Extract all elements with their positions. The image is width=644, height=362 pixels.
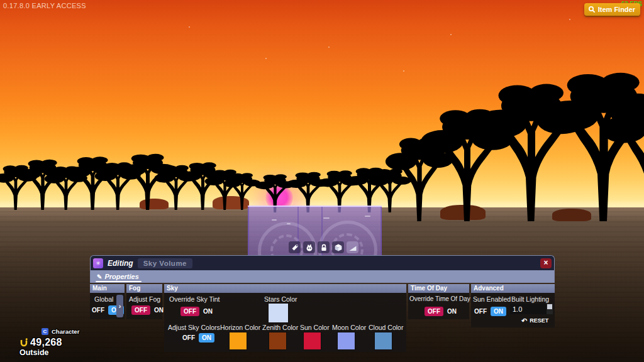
zenith-color-swatch[interactable]: [269, 332, 286, 349]
currency-amount: 49,268: [30, 337, 62, 348]
character-badge: C: [42, 328, 48, 335]
sun-enabled-toggle: OFF ON: [474, 307, 506, 316]
sparkle: [287, 223, 291, 224]
stars-color-swatch[interactable]: [269, 304, 288, 322]
adjust-sky-colors-off-option[interactable]: OFF: [182, 333, 195, 343]
sun-enabled-off-option[interactable]: OFF: [474, 307, 487, 316]
section-main-title: Main: [90, 284, 125, 293]
ramp-icon[interactable]: [347, 241, 358, 253]
sun-enabled-on-option[interactable]: ON: [491, 307, 506, 316]
adjust-sky-colors-toggle: OFF ON: [182, 333, 214, 343]
override-time-of-day-on-option[interactable]: ON: [447, 307, 457, 316]
sparkle: [323, 217, 330, 219]
cloud-color-swatch[interactable]: [375, 332, 392, 349]
built-lighting-value: 1.0: [513, 305, 522, 313]
override-time-of-day-off-option[interactable]: OFF: [425, 307, 443, 316]
location-label: Outside: [19, 348, 49, 357]
section-time-of-day-title: Time Of Day: [408, 284, 469, 293]
section-advanced: Advanced Sun Enabled OFF ON Built Lighti…: [471, 284, 555, 327]
star: [189, 26, 190, 28]
lock-icon[interactable]: [318, 241, 330, 253]
moon-color-swatch[interactable]: [338, 332, 355, 349]
sparkle: [272, 219, 277, 221]
cube-icon[interactable]: [332, 241, 344, 253]
adjust-fog-off-option[interactable]: OFF: [131, 305, 150, 315]
game-screen: 0.17.8.0 EARLY ACCESS 62 FPS Item Finder…: [0, 0, 644, 362]
editor-sections: Main Global OFF ON › Fog Adjust Fog OFF: [90, 284, 556, 353]
volume-toolbar: [289, 241, 358, 253]
sun-color-swatch[interactable]: [304, 332, 321, 349]
petals-currency-icon: [19, 338, 28, 348]
editor-app-icon: ✳: [93, 258, 103, 268]
stars-color-label: Stars Color: [264, 295, 297, 303]
built-lighting-input[interactable]: 1.0: [510, 304, 553, 314]
volume-edge: [248, 207, 249, 258]
main-expander-chevron-icon[interactable]: ›: [116, 295, 123, 317]
character-name: Character: [52, 328, 79, 335]
editor-target-name[interactable]: Sky Volume: [138, 258, 192, 268]
paint-pot-icon[interactable]: [303, 241, 315, 253]
section-time-of-day: Time Of Day Override Time Of Day OFF ON: [408, 284, 469, 319]
adjust-sky-colors-on-option[interactable]: ON: [199, 333, 214, 343]
search-icon: [588, 6, 596, 13]
section-main: Main Global OFF ON ›: [90, 284, 125, 319]
version-text: 0.17.8.0 EARLY ACCESS: [3, 2, 86, 9]
global-label: Global: [94, 295, 113, 303]
zenith-color-label: Zenith Color: [262, 324, 298, 331]
override-sky-tint-on-option[interactable]: ON: [203, 307, 213, 316]
section-advanced-title: Advanced: [471, 284, 555, 293]
adjust-fog-toggle: OFF ON: [131, 305, 164, 315]
horizon-color-swatch[interactable]: [230, 332, 247, 349]
section-sky: Sky Override Sky Tint OFF ON Stars Color…: [164, 284, 406, 352]
tag-icon[interactable]: [289, 241, 301, 253]
star: [328, 47, 330, 48]
reset-label: RESET: [530, 317, 548, 324]
star: [450, 34, 452, 35]
item-finder-label: Item Finder: [598, 6, 635, 13]
adjust-sky-colors-label: Adjust Sky Colors: [168, 324, 220, 331]
close-icon[interactable]: ×: [540, 258, 552, 268]
item-finder-button[interactable]: Item Finder: [584, 3, 640, 16]
override-sky-tint-label: Override Sky Tint: [169, 295, 220, 303]
tab-properties-label: Properties: [104, 273, 138, 280]
global-off-option[interactable]: OFF: [92, 305, 104, 315]
override-time-of-day-toggle: OFF ON: [425, 307, 457, 316]
currency-display: 49,268: [19, 337, 62, 348]
star: [265, 58, 267, 59]
built-lighting-label: Built Lighting: [511, 295, 549, 303]
horizon-color-label: Horizon Color: [220, 324, 260, 331]
override-time-of-day-label: Override Time Of Day: [409, 295, 470, 302]
reset-button[interactable]: ↶ RESET: [521, 317, 548, 324]
override-sky-tint-off-option[interactable]: OFF: [180, 307, 199, 316]
moon-color-label: Moon Color: [332, 324, 366, 331]
tab-properties[interactable]: ✎ Properties: [97, 270, 139, 283]
undo-arrow-icon: ↶: [521, 318, 527, 324]
override-sky-tint-toggle: OFF ON: [180, 307, 213, 316]
editor-tab-bar: ✎ Properties: [90, 270, 555, 283]
sky-volume-editor-panel: ✳ Editing Sky Volume × ✎ Properties Main…: [90, 255, 556, 353]
editor-titlebar: ✳ Editing Sky Volume ×: [90, 255, 555, 270]
editor-title: Editing: [108, 259, 133, 268]
brush-icon: ✎: [97, 273, 102, 280]
star: [569, 19, 570, 20]
sun-enabled-label: Sun Enabled: [473, 295, 511, 303]
star: [403, 70, 404, 72]
volume-edge: [380, 207, 382, 258]
adjust-fog-label: Adjust Fog: [129, 295, 160, 303]
built-lighting-slider-track[interactable]: [547, 304, 553, 314]
sparkle: [365, 216, 370, 217]
cloud-color-label: Cloud Color: [369, 324, 403, 331]
sun-color-label: Sun Color: [300, 324, 330, 331]
section-sky-title: Sky: [164, 284, 406, 293]
section-fog: Fog Adjust Fog OFF ON: [126, 284, 162, 319]
character-nameplate: C Character: [42, 328, 79, 335]
section-fog-title: Fog: [126, 284, 162, 293]
adjust-fog-on-option[interactable]: ON: [154, 305, 164, 315]
built-lighting-slider-thumb[interactable]: [547, 304, 552, 309]
